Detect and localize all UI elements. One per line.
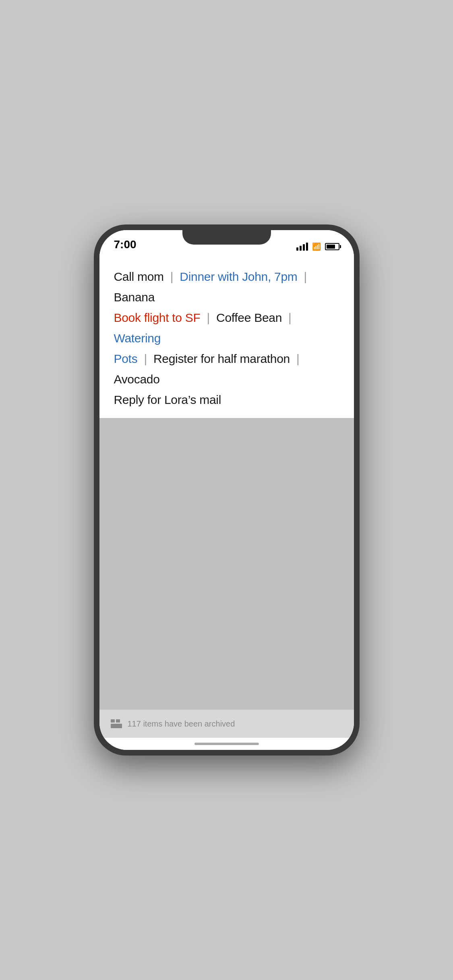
archive-label: 117 items have been archived — [128, 719, 235, 729]
task-dinner: Dinner with John, 7pm — [180, 270, 297, 283]
divider-3-1: | — [141, 352, 150, 365]
content-top: Call mom | Dinner with John, 7pm | Banan… — [99, 254, 354, 418]
signal-icon — [296, 243, 308, 251]
content-bottom-gray — [99, 418, 354, 710]
status-time: 7:00 — [114, 238, 137, 251]
task-pots: Pots — [114, 352, 138, 365]
status-icons: 📶 — [296, 242, 339, 251]
task-banana: Banana — [114, 290, 155, 304]
divider-1-1: | — [167, 270, 177, 283]
task-flight: Book flight to SF — [114, 311, 201, 324]
divider-3-2: | — [293, 352, 300, 365]
task-marathon: Register for half marathon — [153, 352, 290, 365]
phone-screen: 7:00 📶 Call mom | Dinner — [99, 230, 354, 750]
divider-1-2: | — [301, 270, 307, 283]
task-coffee: Coffee Bean — [216, 311, 282, 324]
task-lora-mail: Reply for Lora’s mail — [114, 393, 221, 406]
notch — [182, 230, 271, 245]
task-avocado: Avocado — [114, 373, 160, 386]
archive-icon — [111, 719, 122, 728]
divider-2-2: | — [285, 311, 292, 324]
phone-frame: 7:00 📶 Call mom | Dinner — [94, 224, 360, 756]
task-call-mom: Call mom — [114, 270, 164, 283]
task-list: Call mom | Dinner with John, 7pm | Banan… — [114, 266, 339, 410]
content-wrapper: Call mom | Dinner with John, 7pm | Banan… — [99, 254, 354, 710]
battery-icon — [325, 243, 339, 250]
divider-2-1: | — [204, 311, 213, 324]
task-watering: Watering — [114, 331, 161, 345]
bottom-archive-bar: 117 items have been archived — [99, 710, 354, 738]
wifi-icon: 📶 — [312, 242, 321, 251]
home-bar — [194, 743, 259, 745]
home-indicator — [99, 738, 354, 750]
